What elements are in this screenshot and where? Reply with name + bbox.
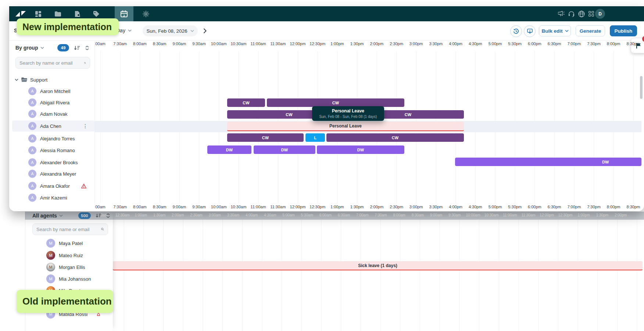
- hour-label: 9:30am: [192, 42, 206, 46]
- old-agent-row[interactable]: M Maya Patel: [46, 238, 83, 248]
- hour-label: 2:00pm: [370, 42, 383, 46]
- agent-name: Mia Johansson: [59, 276, 91, 282]
- annotation-old: Old implementation: [17, 290, 113, 313]
- group-row-support[interactable]: Support: [15, 75, 47, 84]
- agent-row[interactable]: AAmir Kazemi: [28, 192, 67, 203]
- hour-label: 6:30pm: [548, 205, 561, 209]
- agent-row[interactable]: AAbigail Rivera: [28, 97, 69, 108]
- old-agent-row[interactable]: M Mia Johansson: [46, 274, 91, 284]
- agent-row[interactable]: AAaron Mitchell: [28, 86, 70, 97]
- old-agent-row[interactable]: M Mateo Ruiz: [46, 250, 83, 260]
- hour-label: 3:30pm: [429, 42, 443, 46]
- timeline-footer-axis: 00am7:30am8:00am8:30am9:00am9:30am10:00a…: [9, 203, 644, 211]
- export-button[interactable]: [524, 25, 536, 37]
- sort-icon[interactable]: [96, 213, 101, 218]
- agent-name: Alejandro Torres: [40, 136, 75, 141]
- agent-row[interactable]: AAlexander Brooks: [28, 157, 78, 168]
- admin-gear-icon[interactable]: [140, 6, 152, 21]
- lunch-bar[interactable]: L: [305, 133, 325, 142]
- hour-label: 12:30pm: [558, 213, 573, 217]
- agent-name: Alessia Romano: [40, 148, 75, 153]
- shift-bar-dw[interactable]: DW: [254, 145, 315, 154]
- chevron-down-icon[interactable]: [15, 79, 18, 81]
- collapse-icon[interactable]: [85, 46, 89, 50]
- shift-bar-dw[interactable]: DW: [207, 145, 251, 154]
- hour-label: 7:30pm: [587, 205, 601, 209]
- agent-row-selected[interactable]: A Ada Chen ⋮: [28, 120, 61, 132]
- hour-label: 4:00am: [246, 213, 258, 217]
- group-by-dropdown[interactable]: By group: [15, 45, 44, 51]
- old-agent-row[interactable]: M Morgan Ellis: [46, 262, 85, 272]
- kebab-menu-icon[interactable]: ⋮: [83, 123, 88, 129]
- agent-row[interactable]: AAdam Novak: [28, 108, 67, 119]
- hour-label: 12:00pm: [290, 205, 306, 209]
- hour-label: 7:00am: [356, 213, 368, 217]
- shift-bar-cw[interactable]: CW: [326, 133, 464, 142]
- shift-bar-cw[interactable]: CW: [227, 98, 265, 107]
- shift-bar-dw[interactable]: DW: [455, 158, 641, 166]
- hour-label: 3:00pm: [409, 42, 423, 46]
- hour-label: 12:30pm: [310, 42, 325, 46]
- hour-label: 6:00pm: [528, 42, 541, 46]
- old-panel-header: All agents 500: [32, 212, 110, 219]
- agent-name: Aaron Mitchell: [40, 89, 70, 94]
- date-selector[interactable]: Sun, Feb 08, 2026: [143, 25, 198, 36]
- avatar: A: [28, 146, 36, 154]
- hour-label: 8:30pm: [627, 205, 640, 209]
- avatar: A: [28, 170, 36, 178]
- hour-label: 5:00pm: [489, 42, 502, 46]
- agent-row[interactable]: AAlejandro Torres: [28, 133, 75, 144]
- hour-label: 8:30am: [153, 205, 167, 209]
- hour-label: 10:00am: [466, 213, 480, 217]
- next-day-button[interactable]: [203, 28, 207, 33]
- agent-row[interactable]: AAlessia Romano: [28, 145, 75, 156]
- agent-count-badge: 500: [78, 212, 91, 219]
- hour-label: 3:30pm: [429, 205, 443, 209]
- history-button[interactable]: [510, 25, 522, 37]
- hour-label: 1:00pm: [578, 213, 590, 217]
- hour-label: 1:30pm: [596, 213, 608, 217]
- timeline-scrubber-band[interactable]: 0am12:30am1:00am1:30am2:00am2:30am3:00am…: [25, 212, 644, 220]
- hour-label: 1:00pm: [330, 205, 344, 209]
- hour-label: 1:00am: [135, 213, 147, 217]
- generate-button[interactable]: Generate: [576, 25, 605, 36]
- collapse-icon[interactable]: [106, 213, 110, 218]
- hour-label: 4:00pm: [449, 42, 462, 46]
- all-agents-dropdown[interactable]: All agents: [32, 213, 57, 219]
- timeline-header: 00am7:30am8:00am8:30am9:00am9:30am10:00a…: [94, 42, 644, 51]
- hour-label: 7:30am: [113, 205, 127, 209]
- shift-bar-dw[interactable]: DW: [317, 145, 404, 154]
- avatar: A: [28, 98, 36, 107]
- hour-label: 1:30pm: [350, 205, 364, 209]
- avatar: M: [46, 274, 55, 283]
- old-timeline-grid: [104, 220, 644, 331]
- sick-leave-bar[interactable]: Sick leave (1 days): [113, 261, 643, 270]
- chevron-down-icon[interactable]: [59, 215, 63, 217]
- hour-label: 6:00pm: [528, 205, 541, 209]
- vertical-scrollbar-thumb[interactable]: [640, 76, 643, 99]
- flag-badge: 0: [642, 36, 644, 42]
- search-icon: [101, 227, 104, 232]
- hour-label: 9:30am: [192, 205, 206, 209]
- new-implementation-card: 2 D S Day: [9, 6, 644, 211]
- hour-label: 6:30pm: [548, 42, 561, 46]
- shift-bar-cw[interactable]: CW: [267, 98, 404, 107]
- agent-row[interactable]: AAlexandra Meyer: [28, 168, 76, 179]
- hour-label: 9:00am: [172, 42, 186, 46]
- agent-count-badge: 49: [57, 44, 69, 51]
- old-search-input[interactable]: [33, 227, 101, 232]
- agent-name: Maya Patel: [59, 241, 83, 246]
- user-avatar[interactable]: D: [595, 9, 605, 19]
- personal-leave-bar[interactable]: Personal Leave: [227, 122, 464, 131]
- bulk-edit-button[interactable]: Bulk edit: [539, 25, 571, 36]
- hour-label: 5:30pm: [508, 42, 522, 46]
- hour-label: 4:30am: [264, 213, 276, 217]
- sort-icon[interactable]: [74, 46, 80, 50]
- shift-bar-cw[interactable]: CW: [227, 133, 304, 142]
- new-search-input[interactable]: [16, 60, 84, 66]
- agent-name: Amir Kazemi: [40, 195, 67, 201]
- publish-button[interactable]: Publish: [610, 25, 637, 36]
- hour-label: 9:30am: [448, 213, 461, 217]
- hour-label: 12:30am: [115, 213, 130, 217]
- agent-row[interactable]: A Amara Okafor: [28, 180, 70, 191]
